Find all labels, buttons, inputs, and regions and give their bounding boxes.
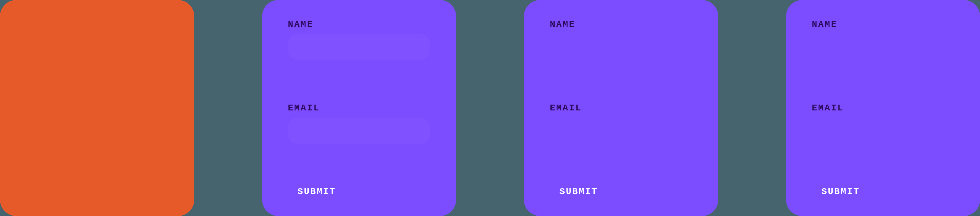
submit-button[interactable]: SUBMIT (560, 187, 598, 197)
name-input[interactable] (288, 34, 431, 60)
email-input[interactable] (812, 118, 955, 144)
name-label: NAME (288, 19, 431, 29)
submit-button[interactable]: SUBMIT (822, 187, 860, 197)
email-input[interactable] (550, 118, 692, 144)
name-input[interactable] (812, 34, 955, 60)
card-blank (0, 0, 194, 216)
name-input[interactable] (550, 34, 692, 60)
email-label: EMAIL (550, 103, 692, 113)
submit-button[interactable]: SUBMIT (298, 187, 336, 197)
name-field-group: NAME (550, 19, 692, 60)
email-field-group: EMAIL (812, 103, 955, 144)
form-card-2: NAME EMAIL SUBMIT (524, 0, 718, 216)
submit-row: SUBMIT (550, 187, 692, 197)
submit-row: SUBMIT (288, 187, 431, 197)
email-input[interactable] (288, 118, 431, 144)
email-label: EMAIL (812, 103, 955, 113)
form-card-1: NAME EMAIL SUBMIT (262, 0, 457, 216)
form-card-3: NAME EMAIL SUBMIT (786, 0, 980, 216)
email-field-group: EMAIL (288, 103, 431, 144)
submit-row: SUBMIT (812, 187, 955, 197)
name-label: NAME (550, 19, 692, 29)
name-field-group: NAME (812, 19, 955, 60)
email-label: EMAIL (288, 103, 431, 113)
email-field-group: EMAIL (550, 103, 692, 144)
name-field-group: NAME (288, 19, 431, 60)
name-label: NAME (812, 19, 955, 29)
